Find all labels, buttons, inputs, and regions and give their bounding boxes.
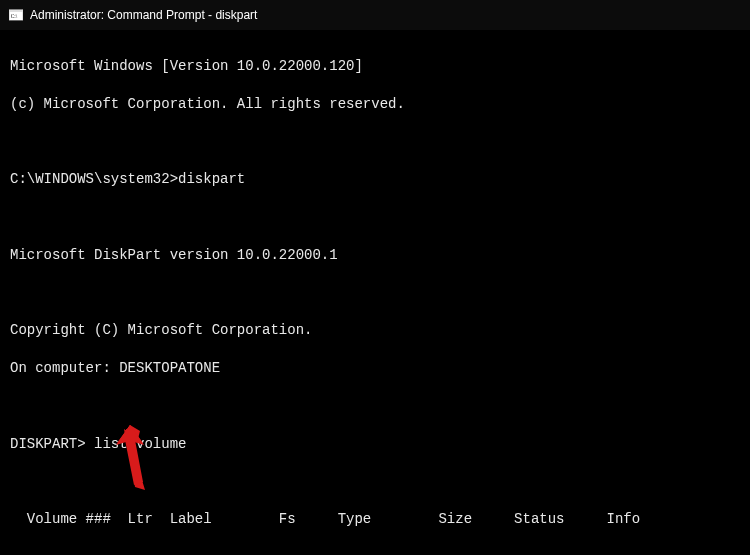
banner-line: (c) Microsoft Corporation. All rights re…: [10, 95, 740, 114]
banner-line: Microsoft Windows [Version 10.0.22000.12…: [10, 57, 740, 76]
diskpart-computer: On computer: DESKTOPATONE: [10, 359, 740, 378]
blank-line: [10, 472, 740, 491]
diskpart-version: Microsoft DiskPart version 10.0.22000.1: [10, 246, 740, 265]
table-divider: ---------- --- ----------- ----- -------…: [10, 548, 740, 555]
blank-line: [10, 284, 740, 303]
window-title: Administrator: Command Prompt - diskpart: [30, 8, 257, 22]
cmd-icon: C:\: [8, 7, 24, 23]
prompt-line: DISKPART> list volume: [10, 435, 740, 454]
blank-line: [10, 208, 740, 227]
prompt-line: C:\WINDOWS\system32>diskpart: [10, 170, 740, 189]
table-header: Volume ### Ltr Label Fs Type Size Status…: [10, 510, 740, 529]
diskpart-copyright: Copyright (C) Microsoft Corporation.: [10, 321, 740, 340]
svg-text:C:\: C:\: [11, 13, 18, 19]
blank-line: [10, 397, 740, 416]
window-title-bar[interactable]: C:\ Administrator: Command Prompt - disk…: [0, 0, 750, 30]
svg-rect-1: [9, 10, 23, 12]
blank-line: [10, 132, 740, 151]
terminal-output[interactable]: Microsoft Windows [Version 10.0.22000.12…: [0, 30, 750, 555]
